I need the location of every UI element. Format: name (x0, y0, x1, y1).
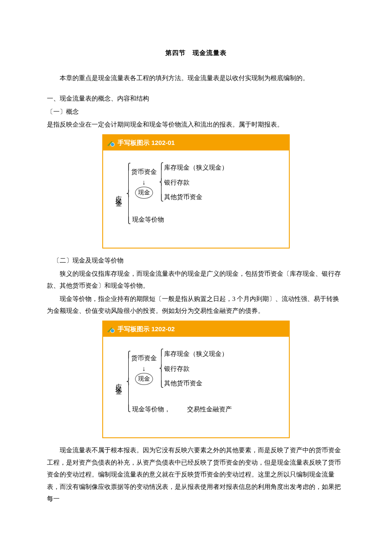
panel-2-header: 手写板图示 1202-02 (103, 321, 289, 337)
pencil-icon (107, 139, 115, 147)
panel-2-equiv: 现金等价物， (132, 403, 170, 416)
panel-2-extra: 交易性金融资产 (187, 403, 232, 416)
panel-2-item-c: 其他货币资金 (164, 377, 228, 390)
panel-1-money-fund: 货币资金 (131, 166, 157, 178)
brace-icon (159, 163, 164, 201)
handwriting-panel-2: 手写板图示 1202-02 广义现金 货币资金 ↓ 现金 (102, 321, 290, 439)
panel-1-equiv: 现金等价物 (132, 214, 164, 226)
tail-p1: 现金流量表不属于根本报表。因为它没有反映六要素之外的其他要素，而是反映了资产中的… (47, 444, 345, 505)
page-title: 第四节 现金流量表 (47, 47, 345, 59)
section-1-heading: 一、现金流量表的概念、内容和结构 (47, 92, 345, 105)
section-2-p2: 现金等价物，指企业持有的期限短〔一般是指从购置之日起，3 个月内到期〕、流动性强… (47, 293, 345, 317)
panel-2-money-fund: 货币资金 (131, 352, 157, 364)
handwriting-panel-1: 手写板图示 1202-01 广义现金 货币资金 ↓ 现金 (102, 134, 290, 249)
panel-1-header: 手写板图示 1202-01 (103, 135, 289, 151)
pencil-icon (107, 325, 115, 333)
section-1-sub1: 〔一〕概念 (47, 106, 345, 118)
panel-1-body: 广义现金 货币资金 ↓ 现金 库存现金（狭义现金） 银行存款 (103, 150, 289, 232)
panel-2-vlabel: 广义现金 (112, 378, 125, 385)
brace-icon (126, 164, 131, 224)
panel-1-cash: 现金 (135, 187, 153, 199)
section-1-p1: 是指反映企业在一定会计期间现金和现金等价物流入和流出的报表。属于时期报表。 (47, 119, 345, 131)
panel-2-item-b: 银行存款 (164, 363, 228, 375)
panel-2-title: 手写板图示 1202-02 (118, 323, 175, 335)
section-2-sub: 〔二〕现金及现金等价物 (47, 254, 345, 267)
panel-1-item-a: 库存现金（狭义现金） (164, 162, 228, 174)
panel-2-cash: 现金 (135, 373, 153, 385)
panel-1-item-b: 银行存款 (164, 176, 228, 189)
panel-1-item-c: 其他货币资金 (164, 191, 228, 203)
arrow-down-icon: ↓ (142, 179, 146, 186)
panel-2-body: 广义现金 货币资金 ↓ 现金 库存现金（狭义现金） 银行存款 (103, 337, 289, 422)
brace-icon (159, 350, 164, 387)
arrow-down-icon: ↓ (142, 365, 146, 372)
panel-1-vlabel: 广义现金 (112, 190, 125, 197)
brace-icon (126, 352, 131, 412)
panel-2-item-a: 库存现金（狭义现金） (164, 348, 228, 360)
intro-paragraph: 本章的重点是现金流量表各工程的填列方法。现金流量表是以收付实现制为根底编制的。 (47, 72, 345, 84)
section-2-p1: 狭义的现金仅指库存现金，而现金流量表中的现金是广义的现金，包括货币资金〔库存现金… (47, 268, 345, 292)
panel-1-title: 手写板图示 1202-01 (118, 137, 175, 149)
